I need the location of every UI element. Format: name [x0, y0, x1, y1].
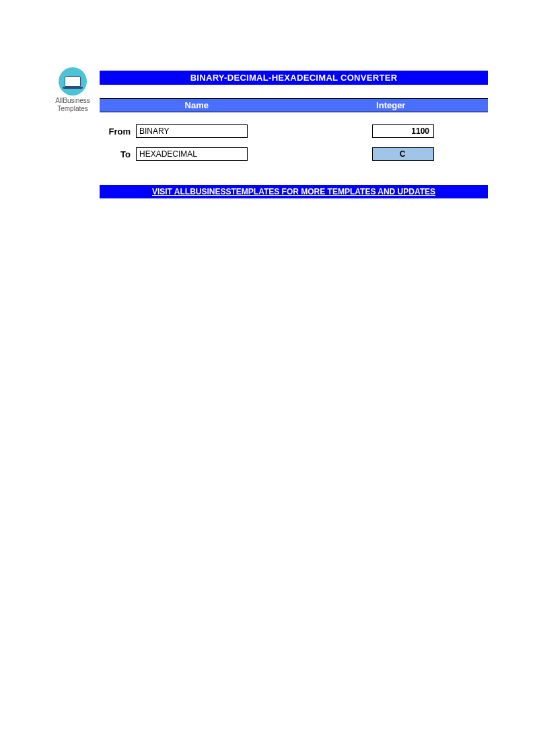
- column-headers: Name Integer: [100, 98, 488, 112]
- from-value-input[interactable]: 1100: [372, 124, 434, 138]
- to-label: To: [100, 149, 136, 159]
- from-label: From: [100, 126, 136, 137]
- logo-text-line2: Templates: [52, 105, 93, 113]
- to-name-input[interactable]: HEXADECIMAL: [136, 147, 248, 161]
- to-value-output: C: [372, 147, 434, 161]
- from-row: From BINARY 1100: [100, 124, 488, 138]
- page-title: BINARY-DECIMAL-HEXADECIMAL CONVERTER: [100, 71, 488, 85]
- to-row: To HEXADECIMAL C: [100, 147, 488, 161]
- logo: AllBusiness Templates: [52, 67, 93, 113]
- logo-icon: [59, 67, 87, 96]
- header-name: Name: [100, 99, 294, 112]
- header-integer: Integer: [294, 99, 489, 112]
- footer-link[interactable]: VISIT ALLBUSINESSTEMPLATES FOR MORE TEMP…: [100, 185, 488, 198]
- laptop-icon: [65, 76, 81, 87]
- logo-text-line1: AllBusiness: [52, 97, 93, 105]
- from-name-input[interactable]: BINARY: [136, 124, 248, 138]
